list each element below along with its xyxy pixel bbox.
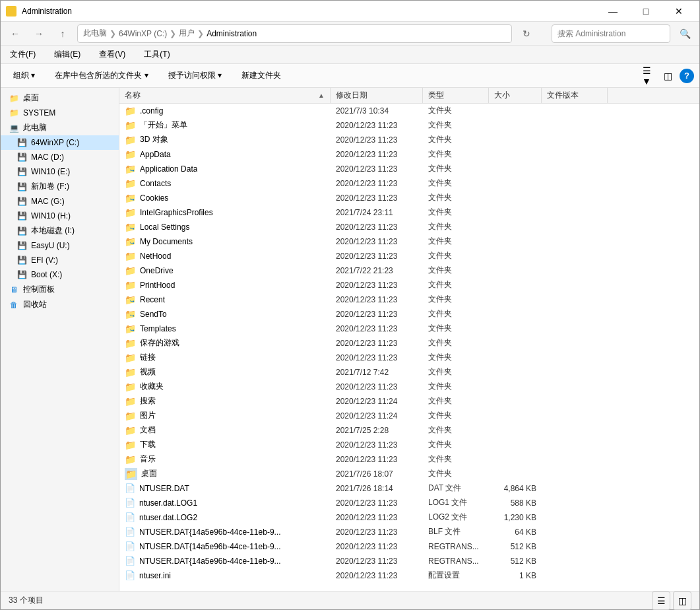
table-row[interactable]: 📄 ntuser.dat.LOG1 2020/12/23 11:23 LOG1 …	[119, 496, 699, 510]
file-type: 文件夹	[423, 366, 489, 378]
refresh-button[interactable]: ↻	[517, 24, 536, 43]
address-bar[interactable]: 此电脑 ❯ 64WinXP (C:) ❯ 用户 ❯ Administration	[77, 24, 512, 43]
table-row[interactable]: 📁↪ My Documents 2020/12/23 11:23 文件夹	[119, 234, 699, 249]
sidebar-item-mac-d[interactable]: 💾 MAC (D:)	[1, 150, 119, 164]
table-row[interactable]: 📁 视频 2021/7/12 7:42 文件夹	[119, 365, 699, 380]
up-button[interactable]: ↑	[53, 24, 72, 43]
table-row[interactable]: 📁 文档 2021/7/25 2:28 文件夹	[119, 423, 699, 438]
menu-edit[interactable]: 编辑(E)	[50, 46, 84, 63]
file-type: 文件夹	[423, 163, 489, 174]
table-row[interactable]: 📁 NetHood 2020/12/23 11:23 文件夹	[119, 249, 699, 263]
table-row[interactable]: 📁 音乐 2020/12/23 11:23 文件夹	[119, 452, 699, 467]
minimize-button[interactable]: —	[598, 1, 628, 22]
file-icon: 📄	[125, 541, 135, 551]
file-name: 桌面	[141, 468, 157, 479]
back-button[interactable]: ←	[6, 24, 24, 43]
table-row[interactable]: 📁↪ Recent 2020/12/23 11:23 文件夹	[119, 292, 699, 307]
sidebar-item-desktop[interactable]: 📁 桌面	[1, 90, 119, 106]
file-name: .config	[140, 106, 163, 116]
sidebar-item-local-i[interactable]: 💾 本地磁盘 (I:)	[1, 223, 119, 238]
file-date: 2020/12/23 11:23	[331, 498, 423, 508]
table-row[interactable]: 📁 AppData 2020/12/23 11:23 文件夹	[119, 147, 699, 162]
table-row[interactable]: 📁 图片 2020/12/23 11:24 文件夹	[119, 409, 699, 423]
file-date: 2020/12/23 11:23	[331, 310, 423, 319]
column-header-type[interactable]: 类型	[423, 88, 489, 103]
column-header-date[interactable]: 修改日期	[331, 88, 423, 103]
table-row[interactable]: 📁 PrintHood 2020/12/23 11:23 文件夹	[119, 278, 699, 292]
sidebar-label: Boot (X:)	[31, 270, 62, 279]
close-button[interactable]: ✕	[664, 1, 694, 22]
sidebar-item-recycle[interactable]: 🗑 回收站	[1, 297, 119, 312]
table-row[interactable]: 📁 下载 2020/12/23 11:23 文件夹	[119, 438, 699, 452]
sidebar-item-win10-h[interactable]: 💾 WIN10 (H:)	[1, 209, 119, 223]
file-date: 2020/12/23 11:23	[331, 339, 423, 348]
menu-tools[interactable]: 工具(T)	[140, 46, 174, 63]
table-row[interactable]: 📄 ntuser.dat.LOG2 2020/12/23 11:23 LOG2 …	[119, 510, 699, 525]
sidebar-label: MAC (G:)	[31, 197, 65, 206]
organize-button[interactable]: 组织 ▾	[6, 67, 42, 85]
file-type: 文件夹	[423, 454, 489, 465]
table-row[interactable]: 📄 ntuser.ini 2020/12/23 11:23 配置设置 1 KB	[119, 568, 699, 583]
table-row[interactable]: 📁 链接 2020/12/23 11:23 文件夹	[119, 351, 699, 365]
search-button[interactable]: 🔍	[676, 24, 694, 43]
table-row[interactable]: 📄 NTUSER.DAT{14a5e96b-44ce-11eb-9... 202…	[119, 525, 699, 539]
column-header-version[interactable]: 文件版本	[542, 88, 608, 103]
maximize-button[interactable]: □	[631, 1, 661, 22]
share-button[interactable]: 授予访问权限 ▾	[161, 67, 229, 85]
add-to-library-button[interactable]: 在库中包含所选的文件夹 ▾	[48, 67, 155, 85]
table-row[interactable]: 📁 3D 对象 2020/12/23 11:23 文件夹	[119, 133, 699, 147]
table-row[interactable]: 📁↪ Cookies 2020/12/23 11:23 文件夹	[119, 191, 699, 205]
table-row[interactable]: 📄 NTUSER.DAT 2021/7/26 18:14 DAT 文件 4,86…	[119, 481, 699, 496]
table-row[interactable]: 📁 收藏夹 2020/12/23 11:23 文件夹	[119, 380, 699, 394]
folder-special-icon: 📁	[125, 425, 136, 436]
sidebar-item-efi[interactable]: 💾 EFI (V:)	[1, 253, 119, 267]
table-row[interactable]: 📁 搜索 2020/12/23 11:24 文件夹	[119, 394, 699, 409]
folder-special-icon: 📁	[125, 454, 136, 465]
search-input[interactable]	[552, 24, 670, 43]
sidebar-item-control-panel[interactable]: 🖥 控制面板	[1, 282, 119, 297]
drive-icon: 💾	[16, 226, 27, 236]
column-header-name[interactable]: 名称 ▲	[119, 88, 331, 103]
help-button[interactable]: ?	[680, 69, 694, 83]
status-list-view-button[interactable]: ☰	[652, 592, 670, 610]
file-rows-container: 📁 .config 2021/7/3 10:34 文件夹 📁 「开始」菜单 20…	[119, 104, 699, 583]
table-row[interactable]: 📁 Contacts 2020/12/23 11:23 文件夹	[119, 176, 699, 191]
new-folder-button[interactable]: 新建文件夹	[234, 67, 288, 85]
forward-button[interactable]: →	[30, 24, 48, 43]
menu-file[interactable]: 文件(F)	[6, 46, 40, 63]
table-row[interactable]: 📁 OneDrive 2021/7/22 21:23 文件夹	[119, 263, 699, 278]
status-details-view-button[interactable]: ◫	[673, 592, 691, 610]
table-row[interactable]: 📁 保存的游戏 2020/12/23 11:23 文件夹	[119, 336, 699, 351]
sidebar-item-boot-x[interactable]: 💾 Boot (X:)	[1, 267, 119, 282]
sidebar-item-this-pc[interactable]: 💻 此电脑	[1, 120, 119, 135]
table-row[interactable]: 📁↪ Local Settings 2020/12/23 11:23 文件夹	[119, 220, 699, 234]
table-row[interactable]: 📄 NTUSER.DAT{14a5e96b-44ce-11eb-9... 202…	[119, 539, 699, 554]
menu-bar: 文件(F) 编辑(E) 查看(V) 工具(T)	[1, 46, 699, 64]
sidebar-item-easyu[interactable]: 💾 EasyU (U:)	[1, 238, 119, 253]
view-list-button[interactable]: ☰ ▼	[637, 67, 656, 85]
sidebar-item-64winxp[interactable]: 💾 64WinXP (C:)	[1, 135, 119, 150]
table-row[interactable]: 📁 桌面 2021/7/26 18:07 文件夹	[119, 467, 699, 481]
file-name: My Documents	[140, 237, 193, 246]
file-name-cell: 📁↪ Cookies	[119, 193, 331, 203]
view-pane-button[interactable]: ◫	[658, 67, 677, 85]
table-row[interactable]: 📄 NTUSER.DAT{14a5e96b-44ce-11eb-9... 202…	[119, 554, 699, 568]
sidebar-label: 新加卷 (F:)	[31, 181, 69, 192]
file-name: 链接	[140, 352, 156, 363]
table-row[interactable]: 📁 「开始」菜单 2020/12/23 11:23 文件夹	[119, 118, 699, 133]
table-row[interactable]: 📁↪ Application Data 2020/12/23 11:23 文件夹	[119, 162, 699, 176]
control-panel-icon: 🖥	[9, 285, 19, 295]
column-header-size[interactable]: 大小	[489, 88, 542, 103]
file-type: 文件夹	[423, 468, 489, 479]
sidebar-item-new-vol-f[interactable]: 💾 新加卷 (F:)	[1, 179, 119, 194]
file-date: 2020/12/23 11:23	[331, 121, 423, 130]
sidebar-item-win10-e[interactable]: 💾 WIN10 (E:)	[1, 164, 119, 179]
folder-special-icon: 📁	[125, 149, 136, 160]
menu-view[interactable]: 查看(V)	[95, 46, 129, 63]
table-row[interactable]: 📁↪ Templates 2020/12/23 11:23 文件夹	[119, 322, 699, 336]
table-row[interactable]: 📁 .config 2021/7/3 10:34 文件夹	[119, 104, 699, 118]
table-row[interactable]: 📁 IntelGraphicsProfiles 2021/7/24 23:11 …	[119, 205, 699, 220]
table-row[interactable]: 📁↪ SendTo 2020/12/23 11:23 文件夹	[119, 307, 699, 322]
sidebar-item-system[interactable]: 📁 SYSTEM	[1, 106, 119, 120]
sidebar-item-mac-g[interactable]: 💾 MAC (G:)	[1, 194, 119, 209]
